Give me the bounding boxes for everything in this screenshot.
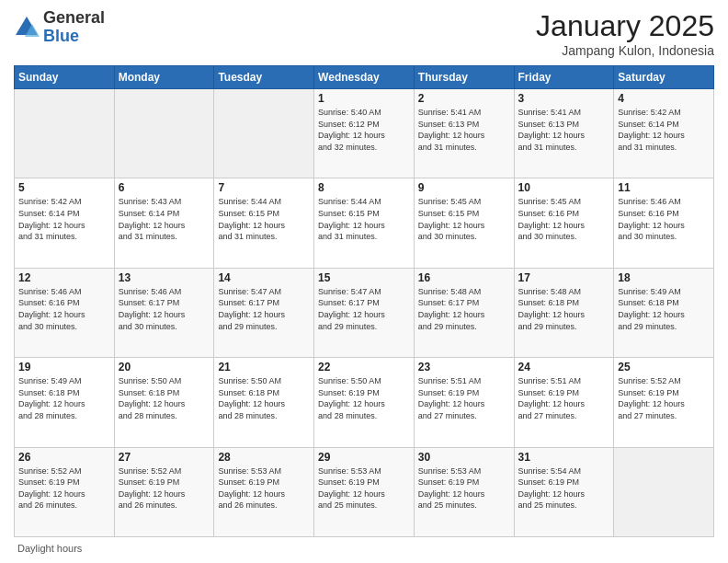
calendar-cell: 14Sunrise: 5:47 AM Sunset: 6:17 PM Dayli… xyxy=(214,268,314,357)
calendar-cell: 23Sunrise: 5:51 AM Sunset: 6:19 PM Dayli… xyxy=(414,358,514,447)
day-info: Sunrise: 5:43 AM Sunset: 6:14 PM Dayligh… xyxy=(119,196,210,242)
calendar-cell: 28Sunrise: 5:53 AM Sunset: 6:19 PM Dayli… xyxy=(214,447,314,536)
day-number: 8 xyxy=(318,181,410,194)
day-number: 30 xyxy=(418,451,510,464)
header-day-tuesday: Tuesday xyxy=(214,66,314,89)
day-number: 16 xyxy=(418,271,510,284)
calendar-cell: 19Sunrise: 5:49 AM Sunset: 6:18 PM Dayli… xyxy=(15,358,115,447)
day-info: Sunrise: 5:51 AM Sunset: 6:19 PM Dayligh… xyxy=(518,375,610,421)
day-info: Sunrise: 5:47 AM Sunset: 6:17 PM Dayligh… xyxy=(318,286,410,332)
day-number: 5 xyxy=(18,181,110,194)
calendar-cell: 22Sunrise: 5:50 AM Sunset: 6:19 PM Dayli… xyxy=(314,358,415,447)
calendar-cell: 11Sunrise: 5:46 AM Sunset: 6:16 PM Dayli… xyxy=(614,178,714,268)
header-day-friday: Friday xyxy=(514,66,614,89)
calendar-cell: 26Sunrise: 5:52 AM Sunset: 6:19 PM Dayli… xyxy=(15,447,115,536)
calendar-week-2: 12Sunrise: 5:46 AM Sunset: 6:16 PM Dayli… xyxy=(15,268,714,357)
day-number: 31 xyxy=(518,451,610,464)
calendar-cell: 8Sunrise: 5:44 AM Sunset: 6:15 PM Daylig… xyxy=(314,178,415,268)
day-info: Sunrise: 5:47 AM Sunset: 6:17 PM Dayligh… xyxy=(218,286,310,332)
day-info: Sunrise: 5:51 AM Sunset: 6:19 PM Dayligh… xyxy=(418,375,510,421)
calendar-cell: 25Sunrise: 5:52 AM Sunset: 6:19 PM Dayli… xyxy=(614,358,714,447)
header-day-sunday: Sunday xyxy=(15,66,115,89)
calendar-cell xyxy=(214,89,314,178)
day-number: 17 xyxy=(518,271,610,284)
day-number: 22 xyxy=(318,361,410,373)
day-info: Sunrise: 5:42 AM Sunset: 6:14 PM Dayligh… xyxy=(618,107,710,153)
calendar-cell: 2Sunrise: 5:41 AM Sunset: 6:13 PM Daylig… xyxy=(414,89,514,178)
logo: General Blue xyxy=(14,9,105,46)
calendar-cell: 21Sunrise: 5:50 AM Sunset: 6:18 PM Dayli… xyxy=(214,358,314,447)
calendar-cell: 6Sunrise: 5:43 AM Sunset: 6:14 PM Daylig… xyxy=(114,178,214,268)
day-info: Sunrise: 5:53 AM Sunset: 6:19 PM Dayligh… xyxy=(318,465,410,511)
day-info: Sunrise: 5:46 AM Sunset: 6:16 PM Dayligh… xyxy=(618,196,710,242)
footer: Daylight hours xyxy=(14,543,714,554)
calendar-cell: 3Sunrise: 5:41 AM Sunset: 6:13 PM Daylig… xyxy=(514,89,614,178)
calendar-header-row: SundayMondayTuesdayWednesdayThursdayFrid… xyxy=(15,66,714,89)
day-info: Sunrise: 5:40 AM Sunset: 6:12 PM Dayligh… xyxy=(318,107,410,153)
logo-icon xyxy=(14,15,40,40)
day-number: 13 xyxy=(119,271,210,284)
day-number: 14 xyxy=(218,271,310,284)
calendar-cell: 7Sunrise: 5:44 AM Sunset: 6:15 PM Daylig… xyxy=(214,178,314,268)
day-number: 12 xyxy=(18,271,110,284)
day-info: Sunrise: 5:50 AM Sunset: 6:18 PM Dayligh… xyxy=(218,375,310,421)
day-number: 25 xyxy=(618,361,710,373)
title-block: January 2025 Jampang Kulon, Indonesia xyxy=(536,9,714,58)
calendar-week-0: 1Sunrise: 5:40 AM Sunset: 6:12 PM Daylig… xyxy=(15,89,714,178)
day-info: Sunrise: 5:54 AM Sunset: 6:19 PM Dayligh… xyxy=(518,465,610,511)
day-number: 18 xyxy=(618,271,710,284)
calendar-cell: 24Sunrise: 5:51 AM Sunset: 6:19 PM Dayli… xyxy=(514,358,614,447)
day-number: 3 xyxy=(518,92,610,105)
calendar-week-3: 19Sunrise: 5:49 AM Sunset: 6:18 PM Dayli… xyxy=(15,358,714,447)
day-info: Sunrise: 5:41 AM Sunset: 6:13 PM Dayligh… xyxy=(418,107,510,153)
day-info: Sunrise: 5:42 AM Sunset: 6:14 PM Dayligh… xyxy=(18,196,110,242)
day-info: Sunrise: 5:52 AM Sunset: 6:19 PM Dayligh… xyxy=(119,465,210,511)
calendar-cell: 30Sunrise: 5:53 AM Sunset: 6:19 PM Dayli… xyxy=(414,447,514,536)
calendar-cell: 18Sunrise: 5:49 AM Sunset: 6:18 PM Dayli… xyxy=(614,268,714,357)
day-info: Sunrise: 5:53 AM Sunset: 6:19 PM Dayligh… xyxy=(218,465,310,511)
day-info: Sunrise: 5:45 AM Sunset: 6:16 PM Dayligh… xyxy=(518,196,610,242)
header-day-wednesday: Wednesday xyxy=(314,66,415,89)
header-day-thursday: Thursday xyxy=(414,66,514,89)
day-number: 7 xyxy=(218,181,310,194)
calendar-cell: 29Sunrise: 5:53 AM Sunset: 6:19 PM Dayli… xyxy=(314,447,415,536)
footer-text: Daylight hours xyxy=(17,543,82,554)
calendar-cell: 17Sunrise: 5:48 AM Sunset: 6:18 PM Dayli… xyxy=(514,268,614,357)
day-info: Sunrise: 5:48 AM Sunset: 6:17 PM Dayligh… xyxy=(418,286,510,332)
day-number: 28 xyxy=(218,451,310,464)
calendar-cell: 12Sunrise: 5:46 AM Sunset: 6:16 PM Dayli… xyxy=(15,268,115,357)
day-number: 2 xyxy=(418,92,510,105)
calendar-cell: 4Sunrise: 5:42 AM Sunset: 6:14 PM Daylig… xyxy=(614,89,714,178)
day-number: 9 xyxy=(418,181,510,194)
calendar-cell: 9Sunrise: 5:45 AM Sunset: 6:15 PM Daylig… xyxy=(414,178,514,268)
day-info: Sunrise: 5:52 AM Sunset: 6:19 PM Dayligh… xyxy=(18,465,110,511)
day-number: 1 xyxy=(318,92,410,105)
day-number: 15 xyxy=(318,271,410,284)
day-info: Sunrise: 5:41 AM Sunset: 6:13 PM Dayligh… xyxy=(518,107,610,153)
day-info: Sunrise: 5:46 AM Sunset: 6:16 PM Dayligh… xyxy=(18,286,110,332)
location: Jampang Kulon, Indonesia xyxy=(536,43,714,58)
calendar-cell: 16Sunrise: 5:48 AM Sunset: 6:17 PM Dayli… xyxy=(414,268,514,357)
day-info: Sunrise: 5:49 AM Sunset: 6:18 PM Dayligh… xyxy=(618,286,710,332)
day-info: Sunrise: 5:48 AM Sunset: 6:18 PM Dayligh… xyxy=(518,286,610,332)
day-info: Sunrise: 5:53 AM Sunset: 6:19 PM Dayligh… xyxy=(418,465,510,511)
day-number: 6 xyxy=(119,181,210,194)
calendar-cell: 20Sunrise: 5:50 AM Sunset: 6:18 PM Dayli… xyxy=(114,358,214,447)
month-title: January 2025 xyxy=(536,9,714,43)
day-info: Sunrise: 5:50 AM Sunset: 6:19 PM Dayligh… xyxy=(318,375,410,421)
calendar-cell: 10Sunrise: 5:45 AM Sunset: 6:16 PM Dayli… xyxy=(514,178,614,268)
day-number: 23 xyxy=(418,361,510,373)
header-day-monday: Monday xyxy=(114,66,214,89)
day-number: 27 xyxy=(119,451,210,464)
calendar-week-1: 5Sunrise: 5:42 AM Sunset: 6:14 PM Daylig… xyxy=(15,178,714,268)
calendar-week-4: 26Sunrise: 5:52 AM Sunset: 6:19 PM Dayli… xyxy=(15,447,714,536)
calendar-cell xyxy=(114,89,214,178)
day-info: Sunrise: 5:44 AM Sunset: 6:15 PM Dayligh… xyxy=(218,196,310,242)
calendar-cell: 15Sunrise: 5:47 AM Sunset: 6:17 PM Dayli… xyxy=(314,268,415,357)
calendar-cell xyxy=(614,447,714,536)
day-info: Sunrise: 5:50 AM Sunset: 6:18 PM Dayligh… xyxy=(119,375,210,421)
header: General Blue January 2025 Jampang Kulon,… xyxy=(14,9,714,58)
day-info: Sunrise: 5:46 AM Sunset: 6:17 PM Dayligh… xyxy=(119,286,210,332)
logo-text: General Blue xyxy=(43,9,105,46)
calendar-table: SundayMondayTuesdayWednesdayThursdayFrid… xyxy=(14,65,714,537)
